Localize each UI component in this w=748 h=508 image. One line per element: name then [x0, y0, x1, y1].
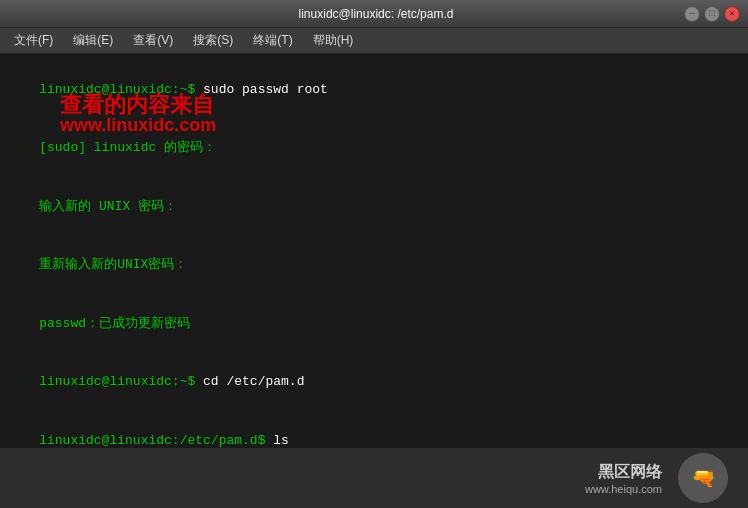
terminal-line: 重新输入新的UNIX密码： — [8, 236, 740, 295]
terminal-line: linuxidc@linuxidc:~$ cd /etc/pam.d — [8, 353, 740, 412]
window-controls: — □ ✕ — [684, 6, 740, 22]
terminal-line: passwd：已成功更新密码 — [8, 294, 740, 353]
titlebar: linuxidc@linuxidc: /etc/pam.d — □ ✕ — [0, 0, 748, 28]
bottom-bar: 黑区网络 www.heiqu.com 🔫 — [0, 448, 748, 508]
close-button[interactable]: ✕ — [724, 6, 740, 22]
menu-file[interactable]: 文件(F) — [6, 30, 61, 51]
menu-search[interactable]: 搜索(S) — [185, 30, 241, 51]
terminal-line: [sudo] linuxidc 的密码： — [8, 119, 740, 178]
terminal-line: linuxidc@linuxidc:/etc/pam.d$ ls — [8, 411, 740, 448]
minimize-button[interactable]: — — [684, 6, 700, 22]
terminal-line: 输入新的 UNIX 密码： — [8, 177, 740, 236]
menu-edit[interactable]: 编辑(E) — [65, 30, 121, 51]
menu-terminal[interactable]: 终端(T) — [245, 30, 300, 51]
site-logo: 🔫 — [678, 453, 728, 503]
site-name: 黑区网络 — [598, 462, 662, 483]
terminal-body[interactable]: linuxidc@linuxidc:~$ sudo passwd root [s… — [0, 54, 748, 448]
site-url: www.heiqu.com — [585, 483, 662, 495]
maximize-button[interactable]: □ — [704, 6, 720, 22]
menu-view[interactable]: 查看(V) — [125, 30, 181, 51]
menu-help[interactable]: 帮助(H) — [305, 30, 362, 51]
terminal-line: linuxidc@linuxidc:~$ sudo passwd root — [8, 60, 740, 119]
window-title: linuxidc@linuxidc: /etc/pam.d — [68, 7, 684, 21]
menubar: 文件(F) 编辑(E) 查看(V) 搜索(S) 终端(T) 帮助(H) — [0, 28, 748, 54]
